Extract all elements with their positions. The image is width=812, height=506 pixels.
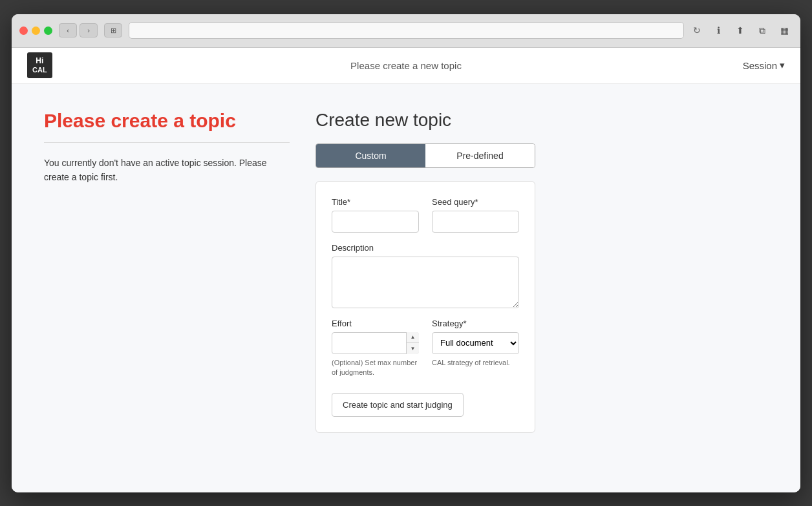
nav-buttons: ‹ › — [59, 23, 98, 37]
description-input[interactable] — [332, 257, 519, 308]
seed-query-label: Seed query* — [432, 197, 519, 207]
traffic-lights — [19, 26, 52, 35]
session-button[interactable]: Session ▾ — [743, 59, 785, 71]
right-panel: Create new topic Custom Pre-defined Titl… — [315, 110, 561, 467]
browser-chrome: ‹ › ⊞ ↻ ℹ ⬆ ⧉ ▦ — [12, 14, 800, 48]
browser-window: ‹ › ⊞ ↻ ℹ ⬆ ⧉ ▦ Hi CAL Please create a n… — [12, 14, 800, 492]
form-title: Create new topic — [315, 110, 561, 131]
strategy-select[interactable]: Full document Paragraph Sentence — [432, 332, 519, 354]
app-container: Hi CAL Please create a new topic Session… — [12, 48, 800, 492]
navbar: Hi CAL Please create a new topic Session… — [12, 48, 800, 84]
seed-query-input[interactable] — [432, 211, 519, 233]
address-bar[interactable] — [129, 22, 684, 39]
info-button[interactable]: ℹ — [710, 23, 727, 37]
effort-group: Effort ▲ ▼ (Optional) Set max number of … — [332, 319, 419, 378]
left-panel: Please create a topic You currently don'… — [44, 110, 290, 467]
new-tab-button[interactable]: ⧉ — [754, 23, 771, 37]
logo-cal: CAL — [32, 66, 47, 74]
title-group: Title* — [332, 197, 419, 233]
seed-query-group: Seed query* — [432, 197, 519, 233]
title-divider — [44, 142, 290, 143]
traffic-light-minimize[interactable] — [32, 26, 40, 35]
strategy-group: Strategy* Full document Paragraph Senten… — [432, 319, 519, 378]
strategy-hint: CAL strategy of retrieval. — [432, 358, 519, 368]
form-card: Title* Seed query* Description — [315, 181, 535, 434]
forward-button[interactable]: › — [80, 23, 98, 37]
description-group: Description — [332, 243, 519, 308]
navbar-right: Session ▾ — [743, 59, 785, 71]
tab-view-button[interactable]: ⊞ — [104, 23, 122, 37]
title-input[interactable] — [332, 211, 419, 233]
effort-label: Effort — [332, 319, 419, 328]
title-seed-row: Title* Seed query* — [332, 197, 519, 233]
navbar-title: Please create a new topic — [350, 60, 462, 71]
tab-container: Custom Pre-defined — [315, 143, 535, 168]
effort-spinners: ▲ ▼ — [406, 332, 419, 354]
logo: Hi CAL — [27, 52, 52, 78]
title-label: Title* — [332, 197, 419, 207]
description-row: Description — [332, 243, 519, 308]
sidebar-toggle-button[interactable]: ▦ — [776, 23, 793, 37]
effort-strategy-row: Effort ▲ ▼ (Optional) Set max number of … — [332, 319, 519, 378]
traffic-light-maximize[interactable] — [44, 26, 52, 35]
back-button[interactable]: ‹ — [59, 23, 77, 37]
share-button[interactable]: ⬆ — [732, 23, 749, 37]
tab-predefined[interactable]: Pre-defined — [425, 144, 535, 167]
effort-spinner-up[interactable]: ▲ — [407, 332, 419, 344]
refresh-button[interactable]: ↻ — [690, 24, 703, 37]
session-dropdown-icon: ▾ — [780, 59, 785, 71]
traffic-light-close[interactable] — [19, 26, 28, 35]
main-content: Please create a topic You currently don'… — [12, 84, 800, 492]
session-label: Session — [743, 60, 777, 71]
description-label: Description — [332, 243, 519, 253]
logo-hi: Hi — [36, 56, 43, 65]
effort-spinner-down[interactable]: ▼ — [407, 343, 419, 354]
browser-actions: ℹ ⬆ ⧉ ▦ — [710, 23, 793, 37]
strategy-label: Strategy* — [432, 319, 519, 328]
page-title: Please create a topic — [44, 110, 290, 132]
page-description: You currently don't have an active topic… — [44, 156, 290, 185]
tab-custom[interactable]: Custom — [316, 144, 425, 167]
effort-hint: (Optional) Set max number of judgments. — [332, 358, 419, 378]
submit-button[interactable]: Create topic and start judging — [332, 393, 464, 417]
effort-input-wrapper: ▲ ▼ — [332, 332, 419, 354]
